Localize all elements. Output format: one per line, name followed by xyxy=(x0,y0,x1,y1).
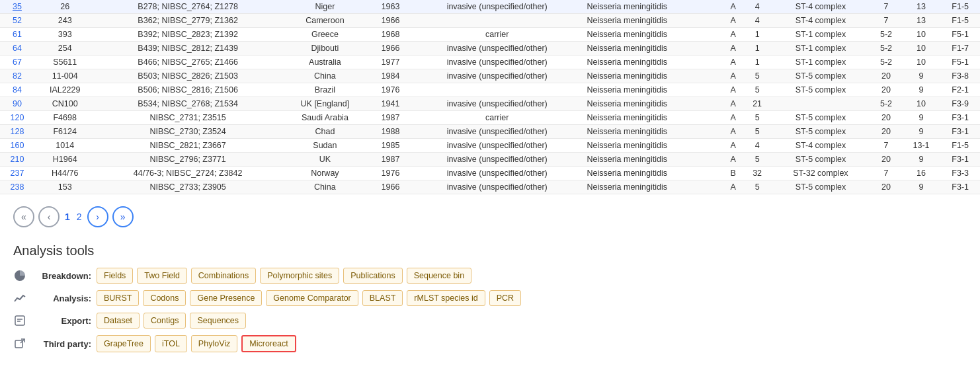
id-link[interactable]: 61 xyxy=(0,28,34,42)
table-row: 210H1964NIBSC_2796; Z3771UK1987invasive … xyxy=(0,153,980,167)
id-link[interactable]: 35 xyxy=(0,0,34,14)
table-cell: F4698 xyxy=(34,111,96,125)
breakdown-row: Breakdown: FieldsTwo FieldCombinationsPo… xyxy=(13,268,967,284)
export-buttons: DatasetContigsSequences xyxy=(97,313,246,329)
table-cell: 5-2 xyxy=(870,28,902,42)
table-cell: invasive (unspecified/other) xyxy=(411,69,583,83)
table-cell: 20 xyxy=(870,83,902,97)
itol-button[interactable]: iTOL xyxy=(155,335,187,352)
table-cell: A xyxy=(723,111,744,125)
table-cell: Djibouti xyxy=(280,42,370,56)
page-1[interactable]: 1 xyxy=(63,212,71,222)
table-cell: 20 xyxy=(870,153,902,167)
table-cell: 21 xyxy=(744,97,771,111)
table-cell: Neisseria meningitidis xyxy=(583,167,722,180)
table-cell: A xyxy=(723,69,744,83)
export-label: Export: xyxy=(32,316,91,326)
microreact-button[interactable]: Microreact xyxy=(241,335,296,352)
last-page-button[interactable]: » xyxy=(112,206,134,227)
id-link[interactable]: 128 xyxy=(0,125,34,139)
sequence-bin-button[interactable]: Sequence bin xyxy=(407,268,471,284)
dataset-button[interactable]: Dataset xyxy=(97,313,140,329)
table-cell: ST-4 complex xyxy=(771,139,871,153)
table-cell: F6124 xyxy=(34,125,96,139)
table-cell: 13 xyxy=(902,0,941,14)
table-cell: 1976 xyxy=(370,83,411,97)
table-cell: invasive (unspecified/other) xyxy=(411,0,583,14)
table-cell: invasive (unspecified/other) xyxy=(411,139,583,153)
id-link[interactable]: 238 xyxy=(0,180,34,194)
table-cell: 9 xyxy=(902,111,941,125)
table-cell: 44/76-3; NIBSC_2724; Z3842 xyxy=(95,167,280,180)
table-cell: A xyxy=(723,125,744,139)
table-cell: 1976 xyxy=(370,167,411,180)
table-cell: NIBSC_2821; Z3667 xyxy=(95,139,280,153)
table-cell: A xyxy=(723,56,744,69)
id-link[interactable]: 210 xyxy=(0,153,34,167)
gene-presence-button[interactable]: Gene Presence xyxy=(190,290,262,306)
table-cell: F3-1 xyxy=(940,180,980,194)
table-cell: 1966 xyxy=(370,42,411,56)
id-link[interactable]: 237 xyxy=(0,167,34,180)
two-field-button[interactable]: Two Field xyxy=(137,268,187,284)
first-page-button[interactable]: « xyxy=(13,206,34,227)
table-cell: B xyxy=(723,167,744,180)
table-cell: F1-5 xyxy=(940,14,980,28)
table-cell: invasive (unspecified/other) xyxy=(411,56,583,69)
table-cell: 20 xyxy=(870,69,902,83)
table-cell: A xyxy=(723,180,744,194)
table-cell: ST-1 complex xyxy=(771,42,871,56)
id-link[interactable]: 52 xyxy=(0,14,34,28)
table-cell: 1968 xyxy=(370,28,411,42)
table-cell: A xyxy=(723,153,744,167)
blast-button[interactable]: BLAST xyxy=(362,290,403,306)
genome-comparator-button[interactable]: Genome Comparator xyxy=(266,290,358,306)
table-cell: UK xyxy=(280,153,370,167)
combinations-button[interactable]: Combinations xyxy=(191,268,256,284)
id-link[interactable]: 84 xyxy=(0,83,34,97)
table-cell: 20 xyxy=(870,125,902,139)
table-cell: 10 xyxy=(902,28,941,42)
id-link[interactable]: 90 xyxy=(0,97,34,111)
table-cell: invasive (unspecified/other) xyxy=(411,97,583,111)
phyloviz-button[interactable]: PhyloViz xyxy=(191,335,237,352)
prev-page-button[interactable]: ‹ xyxy=(38,206,60,227)
table-cell: ST-5 complex xyxy=(771,69,871,83)
pcr-button[interactable]: PCR xyxy=(489,290,521,306)
rmlst-species-id-button[interactable]: rMLST species id xyxy=(407,290,485,306)
burst-button[interactable]: BURST xyxy=(97,290,139,306)
table-cell: F5-1 xyxy=(940,28,980,42)
table-cell: China xyxy=(280,69,370,83)
table-cell: F3-8 xyxy=(940,69,980,83)
table-cell: 4 xyxy=(744,14,771,28)
table-cell: Neisseria meningitidis xyxy=(583,97,722,111)
id-link[interactable]: 82 xyxy=(0,69,34,83)
analysis-icon xyxy=(13,291,26,305)
table-cell: 1 xyxy=(744,42,771,56)
page-2[interactable]: 2 xyxy=(75,212,83,222)
fields-button[interactable]: Fields xyxy=(97,268,133,284)
table-cell: 9 xyxy=(902,125,941,139)
id-link[interactable]: 67 xyxy=(0,56,34,69)
breakdown-label: Breakdown: xyxy=(32,271,91,281)
sequences-button[interactable]: Sequences xyxy=(190,313,246,329)
id-link[interactable]: 120 xyxy=(0,111,34,125)
codons-button[interactable]: Codons xyxy=(143,290,186,306)
data-table: 3526B278; NIBSC_2764; Z1278Niger1963inva… xyxy=(0,0,980,194)
table-cell: F2-1 xyxy=(940,83,980,97)
id-link[interactable]: 160 xyxy=(0,139,34,153)
polymorphic-sites-button[interactable]: Polymorphic sites xyxy=(260,268,339,284)
table-cell: 1 xyxy=(744,56,771,69)
publications-button[interactable]: Publications xyxy=(343,268,402,284)
table-cell: 7 xyxy=(870,14,902,28)
grapetree-button[interactable]: GrapeTree xyxy=(97,335,151,352)
table-cell: NIBSC_2733; Z3905 xyxy=(95,180,280,194)
table-cell: 5-2 xyxy=(870,97,902,111)
table-cell: 1977 xyxy=(370,56,411,69)
table-row: 8211-004B503; NIBSC_2826; Z1503China1984… xyxy=(0,69,980,83)
contigs-button[interactable]: Contigs xyxy=(143,313,186,329)
table-cell: S5611 xyxy=(34,56,96,69)
id-link[interactable]: 64 xyxy=(0,42,34,56)
table-cell: Neisseria meningitidis xyxy=(583,69,722,83)
next-page-button[interactable]: › xyxy=(87,206,108,227)
